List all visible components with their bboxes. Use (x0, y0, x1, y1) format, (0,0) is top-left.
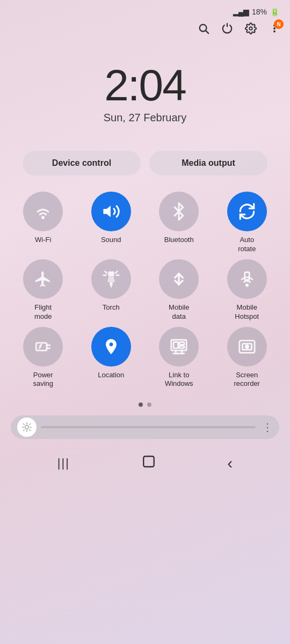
clock-section: 2:04 Sun, 27 February (0, 42, 290, 129)
tile-circle-flight-mode (23, 259, 63, 299)
svg-line-1 (206, 31, 208, 33)
svg-line-33 (24, 424, 25, 425)
svg-point-3 (274, 28, 275, 29)
svg-point-30 (25, 426, 29, 429)
tile-power-saving[interactable]: Powersaving (11, 327, 76, 389)
tile-circle-torch (91, 259, 131, 299)
tile-wifi[interactable]: Wi-Fi (11, 192, 76, 254)
svg-rect-7 (108, 272, 114, 276)
svg-point-15 (246, 284, 248, 286)
tile-auto-rotate[interactable]: Autorotate (215, 192, 280, 254)
navigation-bar: ||| ‹ (0, 445, 290, 483)
tile-sound[interactable]: Sound (79, 192, 144, 254)
tile-circle-link-windows (159, 327, 199, 367)
tile-label-flight-mode: Flightmode (34, 303, 52, 321)
home-button[interactable] (142, 455, 156, 472)
status-bar: ▂▄▆ 18% 🔋 (0, 0, 290, 18)
tile-circle-wifi (23, 192, 63, 231)
quick-tiles-grid: Wi-Fi Sound Bluetooth (0, 186, 290, 394)
svg-point-5 (274, 31, 275, 32)
recents-button[interactable]: ||| (57, 456, 70, 470)
tile-label-power-saving: Powersaving (33, 371, 53, 389)
back-button[interactable]: ‹ (227, 454, 233, 472)
tile-circle-mobile-data (159, 259, 199, 299)
tile-label-bluetooth: Bluetooth (164, 236, 194, 245)
svg-rect-22 (180, 342, 185, 345)
svg-rect-39 (143, 456, 154, 467)
tile-circle-power-saving (23, 327, 63, 367)
notification-badge: N (274, 19, 284, 29)
battery-icon: 🔋 (270, 8, 279, 16)
control-buttons: Device control Media output (0, 129, 290, 186)
svg-line-34 (30, 430, 31, 431)
tile-link-windows[interactable]: Link toWindows (147, 327, 212, 389)
brightness-menu-icon[interactable]: ⋮ (262, 421, 273, 434)
tile-circle-location (91, 327, 131, 367)
tile-mobile-hotspot[interactable]: MobileHotspot (215, 259, 280, 321)
tile-label-location: Location (98, 371, 124, 380)
tile-circle-bluetooth (159, 192, 199, 231)
tile-flight-mode[interactable]: Flightmode (11, 259, 76, 321)
tile-label-wifi: Wi-Fi (35, 236, 51, 245)
tile-label-torch: Torch (103, 303, 120, 312)
device-control-button[interactable]: Device control (23, 151, 141, 175)
svg-point-6 (42, 217, 44, 218)
tile-circle-auto-rotate (227, 192, 267, 231)
clock-time: 2:04 (0, 63, 290, 107)
brightness-icon (17, 418, 37, 437)
tile-torch[interactable]: Torch (79, 259, 144, 321)
tile-bluetooth[interactable]: Bluetooth (147, 192, 212, 254)
tile-circle-mobile-hotspot (227, 259, 267, 299)
tile-circle-screen-recorder (227, 327, 267, 367)
svg-line-38 (30, 424, 31, 425)
tile-location[interactable]: Location (79, 327, 144, 389)
signal-icon: ▂▄▆ (233, 8, 249, 16)
svg-rect-21 (173, 342, 178, 348)
brightness-track (41, 426, 256, 428)
search-icon[interactable] (198, 23, 209, 38)
clock-date: Sun, 27 February (0, 112, 290, 124)
tile-circle-sound (91, 192, 131, 231)
svg-line-11 (115, 272, 117, 273)
tile-label-link-windows: Link toWindows (165, 371, 193, 389)
tile-screen-recorder[interactable]: Screenrecorder (215, 327, 280, 389)
battery-level: 18% (252, 8, 267, 16)
svg-line-37 (24, 430, 25, 431)
tile-label-sound: Sound (101, 236, 121, 245)
dot-1 (139, 402, 143, 407)
svg-point-2 (249, 27, 252, 30)
settings-icon[interactable] (245, 23, 257, 38)
power-icon[interactable] (221, 23, 233, 38)
media-output-button[interactable]: Media output (149, 151, 267, 175)
top-icons-bar: N (0, 18, 290, 42)
tile-label-screen-recorder: Screenrecorder (234, 371, 260, 389)
svg-line-10 (105, 272, 106, 273)
tile-label-mobile-data: Mobiledata (169, 303, 189, 321)
dot-2 (147, 402, 151, 407)
page-dots (0, 394, 290, 411)
svg-rect-23 (180, 346, 185, 348)
tile-mobile-data[interactable]: Mobiledata (147, 259, 212, 321)
svg-point-29 (245, 345, 249, 348)
tile-label-mobile-hotspot: MobileHotspot (235, 303, 259, 321)
brightness-slider[interactable]: ⋮ (11, 415, 279, 439)
tile-label-auto-rotate: Autorotate (238, 236, 256, 254)
svg-rect-16 (245, 272, 250, 280)
notification-icon[interactable]: N (269, 23, 280, 38)
